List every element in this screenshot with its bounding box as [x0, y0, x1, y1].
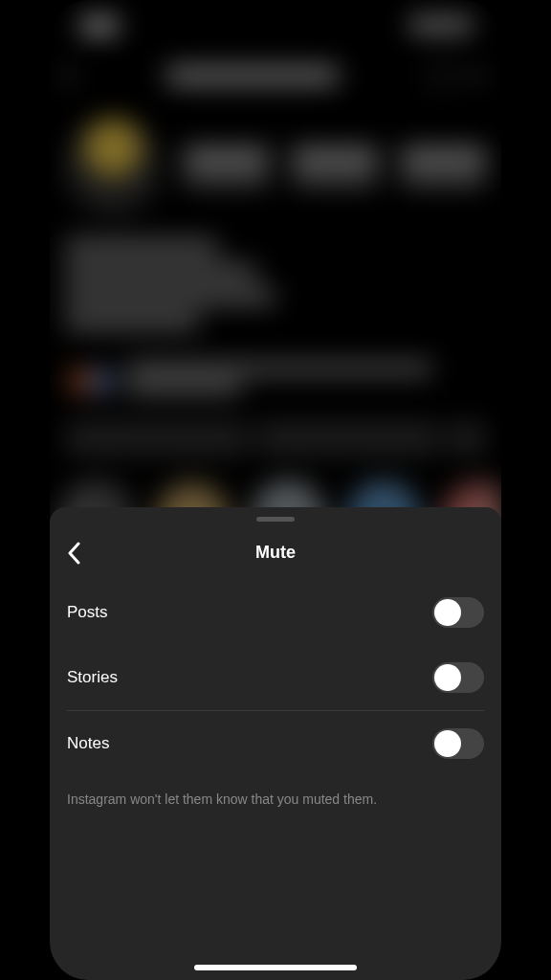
- message-button: [256, 421, 440, 456]
- chevron-left-icon: [67, 542, 80, 565]
- mute-stories-label: Stories: [67, 668, 118, 687]
- suggest-button: [448, 421, 486, 456]
- action-buttons: [50, 408, 501, 469]
- mute-posts-label: Posts: [67, 603, 108, 622]
- sheet-drag-handle[interactable]: [256, 517, 295, 522]
- more-icon: [467, 73, 486, 78]
- stat-following: [401, 147, 486, 186]
- profile-stats-row: [50, 109, 501, 224]
- mute-stories-toggle[interactable]: [432, 662, 484, 693]
- mute-posts-row: Posts: [50, 580, 501, 645]
- sheet-footer-text: Instagram won't let them know that you m…: [50, 776, 501, 822]
- back-icon: [62, 66, 81, 85]
- mute-notes-toggle[interactable]: [432, 728, 484, 759]
- toggle-knob: [434, 730, 461, 757]
- home-indicator[interactable]: [194, 965, 357, 970]
- sheet-back-button[interactable]: [67, 542, 80, 565]
- notification-icon: [427, 61, 455, 90]
- username: [166, 66, 339, 85]
- followed-by: [50, 354, 501, 408]
- mute-bottom-sheet: Mute Posts Stories Notes Instagram won't…: [50, 507, 501, 980]
- mute-posts-toggle[interactable]: [432, 597, 484, 628]
- following-button: [65, 421, 249, 456]
- toggle-knob: [434, 664, 461, 691]
- sheet-title: Mute: [67, 543, 484, 563]
- mute-notes-row: Notes: [50, 711, 501, 776]
- avatar: [65, 119, 161, 214]
- toggle-knob: [434, 599, 461, 626]
- bio: [50, 224, 501, 354]
- stat-posts: [184, 147, 269, 186]
- phone-frame: Mute Posts Stories Notes Instagram won't…: [50, 0, 501, 980]
- status-bar: [50, 0, 501, 42]
- stat-followers: [292, 147, 377, 186]
- mute-notes-label: Notes: [67, 734, 109, 753]
- profile-header: [50, 42, 501, 109]
- mute-stories-row: Stories: [50, 645, 501, 710]
- sheet-header: Mute: [50, 529, 501, 580]
